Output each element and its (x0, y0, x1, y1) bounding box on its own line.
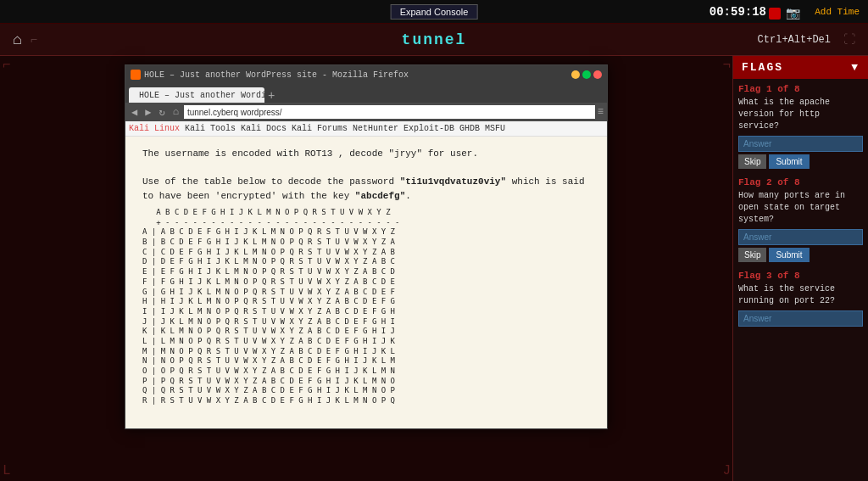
flag-2-question: How many ports are in open state on targ… (738, 190, 863, 226)
browser-tab[interactable]: HOLE – Just another Wordi... (129, 87, 264, 103)
flag-1-question: What is the apache version for http serv… (738, 97, 863, 132)
flag-item-1: Flag 1 of 8 What is the apache version f… (738, 84, 863, 169)
flag-3-question: What is the service running on port 22? (738, 283, 863, 307)
expand-console-button[interactable]: Expand Console (391, 4, 478, 20)
flags-dropdown-icon[interactable]: ▼ (851, 61, 860, 74)
flags-header: FLAGS ▼ (733, 56, 868, 79)
new-tab-button[interactable]: + (264, 89, 275, 103)
back-button[interactable]: ◀ (129, 105, 140, 120)
rec-indicator (769, 8, 781, 20)
timer-display: 00:59:18 (709, 5, 766, 19)
flag-2-submit-button[interactable]: Submit (769, 248, 809, 262)
flags-content: Flag 1 of 8 What is the apache version f… (733, 79, 868, 481)
browser-titlebar: HOLE – Just another WordPress site - Moz… (125, 65, 607, 84)
flags-title: FLAGS (742, 61, 783, 74)
forward-button[interactable]: ▶ (142, 105, 153, 120)
browser-title: HOLE – Just another WordPress site - Moz… (144, 70, 409, 80)
corner-br: J (722, 463, 731, 478)
home-icon[interactable]: ⌂ (13, 31, 22, 48)
browser-controls (571, 70, 602, 79)
add-time-button[interactable]: Add Time (815, 7, 860, 17)
browser-tab-bar: HOLE – Just another Wordi... + (125, 84, 607, 103)
flag-1-skip-button[interactable]: Skip (738, 154, 766, 169)
password-bold: "ti1u1vqdvatuz0viy" (400, 176, 506, 187)
bookmark-nethunter[interactable]: NetHunter (353, 124, 398, 133)
browser-area: ⌐ ¬ L J HOLE – Just another WordPress si… (0, 56, 732, 481)
flag-1-answer-input[interactable] (738, 136, 863, 152)
tab-label: HOLE – Just another Wordi... (139, 91, 264, 100)
flag-1-buttons: Skip Submit (738, 154, 863, 169)
browser-favicon (131, 70, 141, 80)
browser-bookmarks: Kali Linux Kali Tools Kali Docs Kali For… (125, 121, 607, 137)
nav-corner-tl-icon: ⌐ (31, 33, 37, 47)
corner-bl: L (3, 463, 11, 478)
content-line1: The username is encoded with ROT13 , dec… (142, 147, 590, 161)
reload-button[interactable]: ↻ (156, 105, 167, 120)
nav-fullscreen-icon[interactable]: ⛶ (843, 33, 855, 47)
bookmark-kali-forums[interactable]: Kali Forums (292, 124, 348, 133)
browser-content: The username is encoded with ROT13 , dec… (125, 137, 607, 428)
flag-1-label: Flag 1 of 8 (738, 84, 863, 94)
minimize-button[interactable] (571, 70, 580, 79)
main-area: ⌐ ¬ L J HOLE – Just another WordPress si… (0, 56, 868, 481)
flag-2-skip-button[interactable]: Skip (738, 248, 766, 262)
flag-3-label: Flag 3 of 8 (738, 271, 863, 281)
cipher-table: A B C D E F G H I J K L M N O P Q R S T … (142, 208, 590, 406)
browser-toolbar: ◀ ▶ ↻ ⌂ ≡ (125, 103, 607, 121)
bookmark-ghdb[interactable]: GHDB (459, 124, 480, 133)
corner-tr: ¬ (722, 58, 731, 73)
bookmark-kali-tools[interactable]: Kali Tools (185, 124, 236, 133)
ctrl-alt-del-label[interactable]: Ctrl+Alt+Del (758, 34, 831, 46)
nav-bar: ⌂ ⌐ tunnel Ctrl+Alt+Del ⛶ (0, 24, 868, 56)
address-bar[interactable] (184, 105, 595, 119)
browser-titlebar-left: HOLE – Just another WordPress site - Moz… (131, 70, 409, 80)
bookmark-msfu[interactable]: MSFU (485, 124, 505, 133)
top-bar: Expand Console 00:59:18 📷 Add Time (0, 0, 868, 24)
nav-title: tunnel (402, 31, 467, 48)
bookmark-kali-docs[interactable]: Kali Docs (241, 124, 287, 133)
flag-3-answer-input[interactable] (738, 310, 863, 327)
flag-1-submit-button[interactable]: Submit (769, 154, 809, 169)
flag-item-2: Flag 2 of 8 How many ports are in open s… (738, 177, 863, 262)
browser-menu-icon[interactable]: ≡ (598, 106, 604, 118)
content-line2: Use of the table below to decode the pas… (142, 175, 590, 203)
flags-panel: FLAGS ▼ Flag 1 of 8 What is the apache v… (732, 56, 868, 481)
nav-right: Ctrl+Alt+Del ⛶ (758, 33, 855, 47)
flag-2-answer-input[interactable] (738, 229, 863, 245)
home-browser-button[interactable]: ⌂ (170, 105, 181, 119)
camera-icon: 📷 (786, 6, 800, 20)
nav-left: ⌂ ⌐ (13, 31, 37, 48)
flag-2-label: Flag 2 of 8 (738, 177, 863, 187)
key-bold: "abcdefg" (355, 191, 405, 201)
flag-item-3: Flag 3 of 8 What is the service running … (738, 271, 863, 329)
corner-tl: ⌐ (3, 58, 11, 73)
bookmark-exploit-db[interactable]: Exploit-DB (403, 124, 454, 133)
flag-2-buttons: Skip Submit (738, 248, 863, 262)
browser-window: HOLE – Just another WordPress site - Moz… (125, 64, 608, 429)
bookmark-kali-linux[interactable]: Kali Linux (129, 124, 180, 133)
maximize-button[interactable] (582, 70, 591, 79)
close-button[interactable] (593, 70, 602, 79)
